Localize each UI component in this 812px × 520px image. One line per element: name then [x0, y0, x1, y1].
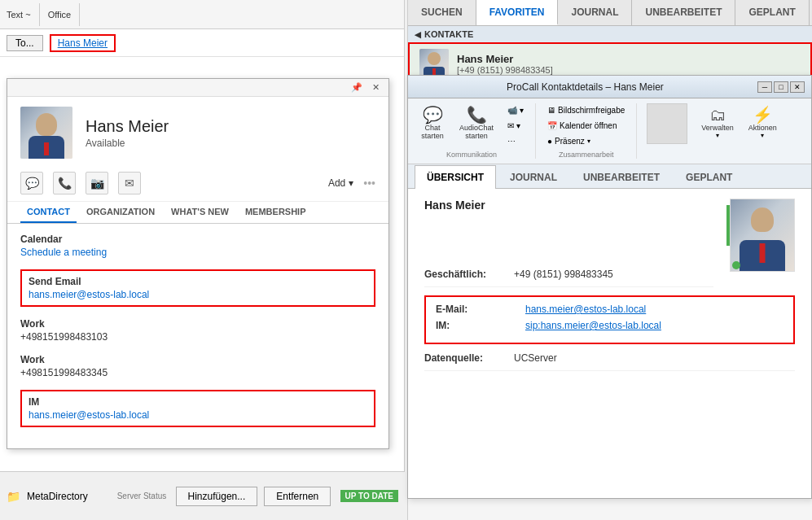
- email-button[interactable]: ✉ ▾: [503, 119, 529, 133]
- search-tab-geplant[interactable]: GEPLANT: [735, 0, 809, 25]
- more-icon[interactable]: •••: [363, 177, 375, 190]
- to-button[interactable]: To...: [7, 35, 43, 51]
- tab-whats-new[interactable]: WHAT'S NEW: [165, 202, 235, 223]
- zusammenarbeit-group: 🖥 Bildschirmfreigabe 📅 Kalender öffnen ●…: [542, 103, 637, 159]
- ribbon-separator-2: [79, 3, 80, 26]
- praesenz-icon: ●: [547, 137, 552, 146]
- kommunikation-label: Kommunikation: [446, 151, 497, 159]
- im-label-detail: IM:: [436, 320, 525, 331]
- detail-status-dot: [732, 261, 740, 269]
- procall-body: Hans Meier Geschäftlich: +49 (8151) 9984…: [408, 189, 811, 498]
- procall-tabs: ÜBERSICHT JOURNAL UNBEARBEITET GEPLANT: [408, 164, 811, 189]
- remove-button[interactable]: Entfernen: [264, 487, 331, 506]
- left-panel: Text ~ Office To... Hans Meier 📌 ✕ H: [0, 0, 405, 520]
- tab-geplant[interactable]: GEPLANT: [674, 165, 744, 189]
- chat-action-icon[interactable]: 💬: [20, 172, 43, 194]
- email-icon-small: ✉: [507, 121, 514, 130]
- ribbon-photo: [647, 103, 687, 144]
- chat-starten-button[interactable]: 💬 Chatstarten: [415, 103, 450, 143]
- bildschirm-button[interactable]: 🖥 Bildschirmfreigabe: [542, 103, 630, 117]
- close-window-button[interactable]: ✕: [790, 81, 805, 93]
- work-value-1: +498151998483103: [20, 331, 375, 343]
- aktionen-dropdown: ▾: [761, 132, 764, 139]
- to-field: To... Hans Meier: [0, 29, 404, 57]
- card-tabs: CONTACT ORGANIZATION WHAT'S NEW MEMBERSH…: [7, 202, 388, 224]
- server-status-text: Server Status: [117, 492, 167, 500]
- email-value[interactable]: hans.meier@estos-lab.local: [525, 304, 646, 315]
- card-close-button[interactable]: ✕: [370, 82, 382, 93]
- kontakte-info: Hans Meier [+49 (8151) 998483345]: [457, 53, 553, 75]
- email-row: E-Mail: hans.meier@estos-lab.local: [436, 304, 783, 315]
- audiochat-starten-button[interactable]: 📞 AudioChatstarten: [454, 103, 499, 143]
- avatar-head: [36, 113, 57, 136]
- video-button[interactable]: 📹 ▾: [503, 103, 529, 117]
- work-value-2: +498151998483345: [20, 367, 375, 378]
- procall-window: ProCall Kontaktdetails – Hans Meier ─ □ …: [407, 75, 812, 499]
- search-tab-unbearbeitet[interactable]: UNBEARBEITET: [632, 0, 735, 25]
- procall-titlebar: ProCall Kontaktdetails – Hans Meier ─ □ …: [408, 76, 811, 98]
- card-add-button[interactable]: Add ▾: [328, 177, 353, 189]
- im-row: IM: sip:hans.meier@estos-lab.local: [436, 320, 783, 331]
- kommunikation-buttons: 💬 Chatstarten 📞 AudioChatstarten 📹 ▾: [415, 103, 529, 148]
- minimize-button[interactable]: ─: [757, 81, 772, 93]
- kontakte-name: Hans Meier: [457, 53, 553, 65]
- bildschirm-label: Bildschirmfreigabe: [558, 106, 625, 115]
- kontakte-phone: [+49 (8151) 998483345]: [457, 65, 553, 75]
- card-body: Calendar Schedule a meeting Send Email h…: [7, 224, 388, 448]
- video-icon: 📹: [507, 106, 517, 115]
- add-button[interactable]: Hinzufügen...: [176, 487, 258, 506]
- sub-group: 🖥 Bildschirmfreigabe 📅 Kalender öffnen ●…: [542, 103, 630, 148]
- aktionen-button[interactable]: ⚡ Aktionen ▾: [743, 103, 783, 142]
- contact-card: 📌 ✕ Hans Meier Available 💬 📞 📷 ✉: [7, 78, 389, 449]
- calendar-icon: 📅: [547, 121, 557, 130]
- send-email-label: Send Email: [29, 276, 367, 287]
- verwalten-aktionen-buttons: 🗂 Verwalten ▾ ⚡ Aktionen ▾: [696, 103, 783, 142]
- ribbon-office-label: Office: [48, 10, 72, 20]
- email-action-icon[interactable]: ✉: [118, 172, 141, 194]
- work-label-2: Work: [20, 354, 375, 365]
- video-action-icon[interactable]: 📷: [86, 172, 108, 194]
- maximize-button[interactable]: □: [774, 81, 788, 93]
- tab-ubersicht[interactable]: ÜBERSICHT: [415, 165, 496, 189]
- verwalten-button[interactable]: 🗂 Verwalten ▾: [696, 103, 740, 142]
- tab-contact[interactable]: CONTACT: [20, 202, 77, 223]
- chat-icon: 💬: [423, 107, 443, 123]
- tab-membership[interactable]: MEMBERSHIP: [239, 202, 313, 223]
- avatar-body: [29, 136, 64, 159]
- card-titlebar: 📌 ✕: [7, 79, 388, 97]
- card-pin-button[interactable]: 📌: [349, 82, 365, 93]
- im-value-detail[interactable]: sip:hans.meier@estos-lab.local: [525, 320, 661, 331]
- aktionen-icon: ⚡: [753, 107, 773, 123]
- praesenz-button[interactable]: ● Präsenz ▾: [542, 134, 630, 148]
- datenquelle-value: UCServer: [514, 352, 557, 364]
- ribbon-text-label: Text ~: [7, 10, 31, 20]
- meta-text: MetaDirectory: [27, 491, 88, 502]
- email-label: E-Mail:: [436, 304, 525, 315]
- card-header: Hans Meier Available: [7, 97, 388, 168]
- work-label-1: Work: [20, 318, 375, 330]
- search-tab-suchen[interactable]: SUCHEN: [408, 0, 476, 25]
- search-tab-journal[interactable]: JOURNAL: [558, 0, 632, 25]
- kalender-button[interactable]: 📅 Kalender öffnen: [542, 119, 630, 133]
- more-comm-button[interactable]: ⋯: [503, 134, 529, 148]
- chevron-down-icon: ▾: [349, 177, 353, 189]
- im-section: IM hans.meier@estos-lab.local: [20, 390, 375, 427]
- kontakte-header: ◀ KONTAKTE: [408, 26, 812, 42]
- card-name: Hans Meier: [86, 117, 169, 136]
- datenquelle-label: Datenquelle:: [424, 352, 514, 364]
- chat-label: Chatstarten: [421, 124, 444, 140]
- detail-photo: [730, 199, 795, 272]
- search-tab-favoriten[interactable]: FAVORITEN: [476, 0, 559, 25]
- contact-chip[interactable]: Hans Meier: [50, 34, 116, 52]
- tab-organization[interactable]: ORGANIZATION: [80, 202, 161, 223]
- tab-journal[interactable]: JOURNAL: [498, 165, 569, 189]
- schedule-meeting-link[interactable]: Schedule a meeting: [20, 247, 107, 258]
- send-email-value[interactable]: hans.meier@estos-lab.local: [29, 289, 149, 300]
- kontakte-collapse-icon[interactable]: ◀: [415, 30, 421, 39]
- procall-ribbon: 💬 Chatstarten 📞 AudioChatstarten 📹 ▾: [408, 98, 811, 164]
- tab-unbearbeitet[interactable]: UNBEARBEITET: [571, 165, 672, 189]
- phone-action-icon[interactable]: 📞: [53, 172, 76, 194]
- praesenz-label: Präsenz: [555, 137, 585, 146]
- kalender-label: Kalender öffnen: [560, 121, 617, 130]
- im-value[interactable]: hans.meier@estos-lab.local: [29, 409, 149, 421]
